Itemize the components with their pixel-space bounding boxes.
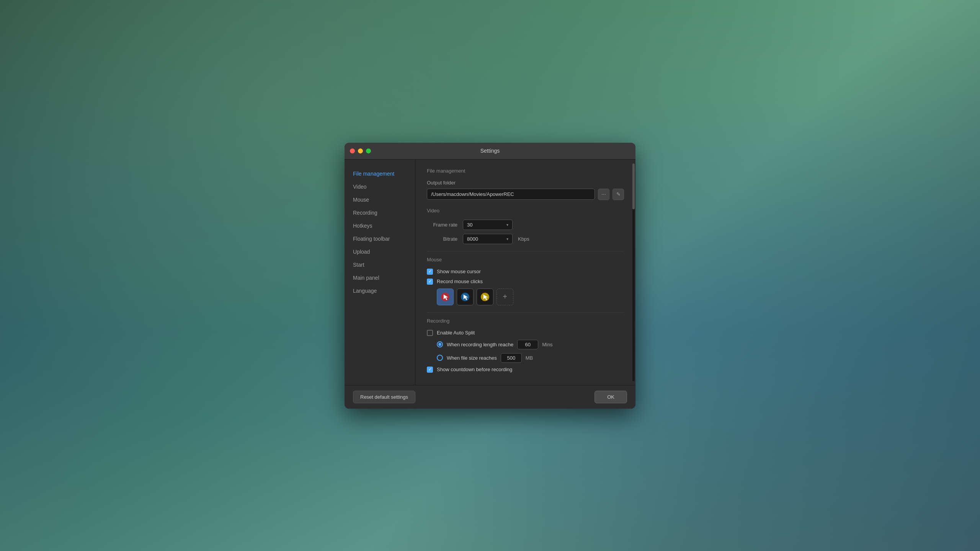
sidebar-item-main-panel[interactable]: Main panel (345, 271, 415, 284)
mouse-style-1[interactable] (437, 289, 454, 305)
recording-length-row: When recording length reache Mins (437, 340, 624, 349)
ok-button[interactable]: OK (595, 391, 627, 403)
content-area: File management Output folder ⋯ ✎ Vid (415, 160, 635, 385)
recording-section: Recording Enable Auto Split When recordi… (427, 318, 624, 373)
check-icon: ✓ (428, 269, 432, 274)
show-countdown-row: ✓ Show countdown before recording (427, 367, 624, 373)
mouse-title: Mouse (427, 257, 624, 262)
recording-length-input[interactable] (517, 340, 538, 349)
scrollbar-thumb[interactable] (632, 163, 635, 209)
record-mouse-clicks-row: ✓ Record mouse clicks (427, 279, 624, 285)
divider-2 (427, 312, 624, 313)
recording-length-label: When recording length reache (447, 342, 513, 347)
record-mouse-clicks-label: Record mouse clicks (437, 279, 483, 284)
sidebar-item-start[interactable]: Start (345, 258, 415, 271)
sidebar-item-file-management[interactable]: File management (345, 167, 415, 180)
enable-auto-split-label: Enable Auto Split (437, 330, 475, 336)
ellipsis-icon: ⋯ (601, 192, 606, 197)
sidebar-item-hotkeys[interactable]: Hotkeys (345, 219, 415, 232)
window-controls (350, 148, 371, 153)
folder-edit-button[interactable]: ✎ (612, 189, 624, 200)
chevron-down-icon: ▾ (506, 223, 508, 227)
file-size-label: When file size reaches (447, 355, 497, 361)
sidebar-item-floating-toolbar[interactable]: Floating toolbar (345, 232, 415, 245)
folder-browse-button[interactable]: ⋯ (598, 189, 609, 200)
check-icon-2: ✓ (428, 279, 432, 284)
minimize-button[interactable] (358, 148, 363, 153)
add-mouse-style-button[interactable]: + (497, 289, 513, 305)
frame-rate-select[interactable]: 30 ▾ (463, 220, 513, 230)
radio-inner-1 (438, 343, 441, 346)
show-countdown-checkbox[interactable]: ✓ (427, 367, 433, 373)
content-wrapper: File management Output folder ⋯ ✎ Vid (415, 160, 635, 385)
video-title: Video (427, 208, 624, 214)
output-folder-label: Output folder (427, 180, 624, 186)
folder-input[interactable] (427, 189, 595, 200)
sidebar-item-upload[interactable]: Upload (345, 245, 415, 258)
bitrate-row: Bitrate 8000 ▾ Kbps (427, 234, 624, 244)
frame-rate-value: 30 (467, 222, 472, 228)
cursor-red-icon (440, 292, 451, 302)
frame-rate-label: Frame rate (427, 222, 457, 228)
chevron-down-icon-2: ▾ (506, 237, 508, 241)
folder-row: ⋯ ✎ (427, 189, 624, 200)
mins-label: Mins (542, 342, 552, 347)
dialog-title: Settings (480, 148, 500, 154)
mb-label: MB (526, 355, 533, 361)
cursor-yellow-icon (480, 292, 490, 302)
show-mouse-cursor-checkbox[interactable]: ✓ (427, 269, 433, 275)
scrollbar-track[interactable] (632, 163, 635, 381)
bitrate-select[interactable]: 8000 ▾ (463, 234, 513, 244)
file-management-title: File management (427, 168, 624, 174)
mouse-style-3[interactable] (477, 289, 493, 305)
video-section: Video Frame rate 30 ▾ Bitrate 8000 ▾ (427, 208, 624, 244)
bitrate-value: 8000 (467, 236, 478, 242)
mouse-section: Mouse ✓ Show mouse cursor ✓ Record mouse… (427, 257, 624, 305)
sidebar: File management Video Mouse Recording Ho… (345, 160, 415, 385)
show-countdown-label: Show countdown before recording (437, 367, 512, 372)
kbps-label: Kbps (518, 236, 529, 242)
edit-icon: ✎ (616, 191, 621, 197)
title-bar: Settings (345, 143, 635, 160)
record-mouse-clicks-checkbox[interactable]: ✓ (427, 279, 433, 285)
maximize-button[interactable] (366, 148, 371, 153)
file-size-input[interactable] (501, 353, 522, 363)
close-button[interactable] (350, 148, 355, 153)
file-management-section: File management Output folder ⋯ ✎ (427, 168, 624, 200)
mouse-style-2[interactable] (457, 289, 474, 305)
show-mouse-cursor-row: ✓ Show mouse cursor (427, 269, 624, 275)
sidebar-item-mouse[interactable]: Mouse (345, 193, 415, 206)
file-size-radio[interactable] (437, 355, 443, 361)
check-icon-3: ✓ (428, 367, 432, 372)
dialog-footer: Reset default settings OK (345, 385, 635, 409)
dialog-body: File management Video Mouse Recording Ho… (345, 160, 635, 385)
sidebar-item-video[interactable]: Video (345, 180, 415, 193)
reset-default-button[interactable]: Reset default settings (353, 391, 415, 403)
enable-auto-split-row: Enable Auto Split (427, 330, 624, 336)
recording-length-radio[interactable] (437, 341, 443, 347)
cursor-blue-icon (460, 292, 470, 302)
plus-icon: + (503, 292, 507, 301)
divider-1 (427, 251, 624, 251)
show-mouse-cursor-label: Show mouse cursor (437, 269, 481, 274)
recording-title: Recording (427, 318, 624, 324)
sidebar-item-language[interactable]: Language (345, 284, 415, 297)
bitrate-label: Bitrate (427, 236, 457, 242)
sidebar-item-recording[interactable]: Recording (345, 206, 415, 219)
file-size-row: When file size reaches MB (437, 353, 624, 363)
mouse-click-styles: + (437, 289, 624, 305)
frame-rate-row: Frame rate 30 ▾ (427, 220, 624, 230)
settings-dialog: Settings File management Video Mouse Rec… (345, 143, 635, 409)
enable-auto-split-checkbox[interactable] (427, 330, 433, 336)
